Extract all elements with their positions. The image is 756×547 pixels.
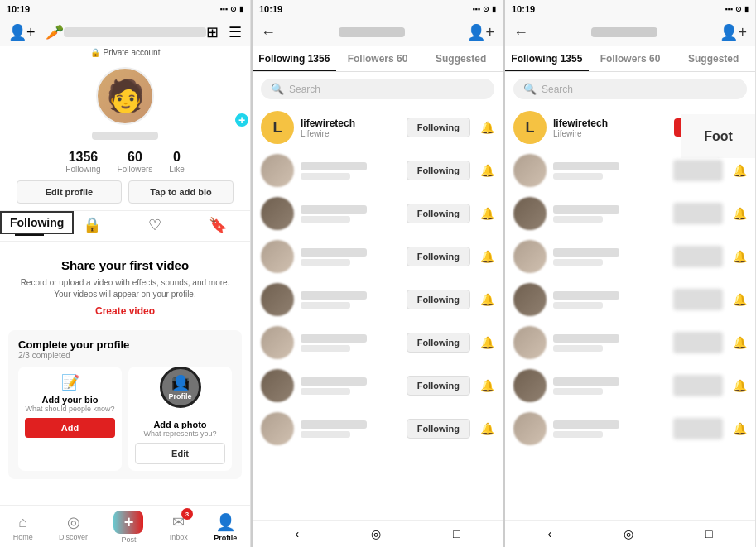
edit-photo-button[interactable]: Edit (135, 443, 225, 464)
user-row-7-2: Following 🔔 (253, 364, 503, 407)
nav-post[interactable]: + Post (113, 511, 143, 544)
following-btn-3-2[interactable]: Following (407, 204, 470, 223)
add-person-icon-3[interactable]: 👤+ (720, 23, 747, 41)
panel2-bottom-bar: ‹ ◎ □ (253, 520, 503, 547)
bell-icon-5-3[interactable]: 🔔 (733, 293, 747, 306)
menu-icon[interactable]: ☰ (229, 23, 242, 41)
back-bottom-3[interactable]: ‹ (547, 527, 551, 540)
battery-icon: ▮ (239, 5, 243, 13)
square-bottom-3[interactable]: □ (705, 527, 712, 540)
post-button[interactable]: + (113, 511, 143, 534)
status-icons-2: ▪▪▪ ⊙ ▮ (472, 5, 496, 13)
signal-icon-2: ▪▪▪ (472, 5, 480, 13)
avatar-5-2 (261, 283, 294, 316)
avatar-lifewiretech-2[interactable]: L (261, 111, 294, 144)
status-icons-3: ▪▪▪ ⊙ ▮ (725, 5, 749, 13)
user-row-5-3: 🔔 (505, 278, 755, 321)
bell-icon-2-2[interactable]: 🔔 (480, 164, 494, 177)
bell-icon-4-3[interactable]: 🔔 (733, 250, 747, 263)
bell-icon-7-3[interactable]: 🔔 (733, 379, 747, 392)
user-info-7-3 (553, 377, 667, 395)
bell-icon-2-3[interactable]: 🔔 (733, 164, 747, 177)
add-bio-item: 📝 Add your bio What should people know? … (18, 367, 122, 471)
bell-icon-5-2[interactable]: 🔔 (480, 293, 494, 306)
nav-home[interactable]: ⌂ Home (13, 514, 33, 541)
back-button-3[interactable]: ← (513, 24, 528, 41)
following-btn-4-2[interactable]: Following (407, 247, 470, 266)
search-bar-3[interactable]: 🔍 Search (513, 79, 747, 99)
avatar[interactable]: 🧑 (96, 67, 154, 125)
avatar-lifewiretech-3[interactable]: L (513, 111, 547, 144)
wifi-icon-3: ⊙ (735, 5, 742, 13)
action-btn-5-3 (673, 289, 723, 310)
user-row-6-2: Following 🔔 (253, 321, 503, 364)
search-bar-2[interactable]: 🔍 Search (261, 79, 494, 99)
following-btn-5-2[interactable]: Following (407, 290, 470, 309)
back-button-2[interactable]: ← (261, 24, 276, 41)
avatar-plus-button[interactable]: + (234, 112, 250, 128)
circle-bottom-3[interactable]: ◎ (624, 527, 633, 540)
nav-profile[interactable]: 👤 Profile (214, 512, 237, 542)
user-info-6-2 (301, 334, 400, 352)
back-bottom-2[interactable]: ‹ (295, 527, 299, 540)
add-person-icon-2[interactable]: 👤+ (467, 23, 494, 41)
add-friend-icon[interactable]: 👤+ (8, 23, 36, 41)
tap-bio-button[interactable]: Tap to add bio (128, 180, 234, 204)
tab-suggested-2[interactable]: Suggested (419, 46, 503, 71)
following-count: 1356 (69, 150, 99, 165)
bell-icon-3-3[interactable]: 🔔 (733, 207, 747, 220)
bell-icon-3-2[interactable]: 🔔 (480, 207, 494, 220)
tab-suggested-3[interactable]: Suggested (672, 46, 755, 71)
wifi-icon-2: ⊙ (483, 5, 489, 13)
empty-state-title: Share your first video (61, 258, 189, 272)
square-bottom-2[interactable]: □ (453, 527, 460, 540)
following-btn-2-2[interactable]: Following (407, 161, 470, 180)
bell-icon-1-2[interactable]: 🔔 (480, 121, 494, 134)
complete-profile-title: Complete your profile (18, 338, 232, 351)
following-btn-lifewiretech-2[interactable]: Following (407, 118, 470, 137)
user-info-4-3 (553, 248, 667, 266)
avatar-7-2 (261, 369, 294, 402)
bell-icon-4-2[interactable]: 🔔 (480, 250, 494, 263)
status-time-3: 10:19 (512, 4, 535, 14)
bell-icon-7-2[interactable]: 🔔 (480, 379, 494, 392)
nav-profile-label: Profile (214, 534, 237, 542)
inbox-icon[interactable]: ⊞ (206, 23, 219, 41)
action-btn-6-3 (673, 332, 723, 353)
tab-following-1355[interactable]: Following 1355 (505, 46, 589, 71)
carrot-icon[interactable]: 🥕 (46, 23, 64, 41)
bell-icon-8-2[interactable]: 🔔 (480, 422, 494, 435)
tab-lock-icon[interactable]: 🔒 (75, 216, 109, 236)
following-stat[interactable]: 1356 Following (65, 150, 100, 174)
create-video-link[interactable]: Create video (95, 305, 155, 317)
tab-bookmark-icon[interactable]: 🔖 (200, 216, 235, 236)
avatar-5-3 (513, 283, 547, 316)
following-btn-7-2[interactable]: Following (407, 376, 470, 396)
bell-icon-8-3[interactable]: 🔔 (733, 422, 747, 435)
bell-icon-6-2[interactable]: 🔔 (480, 336, 494, 349)
following-btn-8-2[interactable]: Following (407, 419, 470, 439)
user-row-8-3: 🔔 (505, 407, 755, 450)
tab-followers-60-3[interactable]: Followers 60 (589, 46, 672, 71)
user-row-8-2: Following 🔔 (253, 407, 503, 450)
user-info-5-2 (301, 291, 400, 309)
nav-discover[interactable]: ◎ Discover (59, 513, 88, 541)
header-username-blurred-2 (339, 27, 405, 37)
tab-followers-60-2[interactable]: Followers 60 (336, 46, 420, 71)
avatar-7-3 (513, 369, 547, 402)
add-bio-button[interactable]: Add (25, 418, 115, 438)
tab-heart-icon[interactable]: ♡ (140, 216, 170, 236)
user-info-5-3 (553, 291, 667, 309)
bell-icon-6-3[interactable]: 🔔 (733, 336, 747, 349)
photo-icon-wrap: 📷 👤 Profile (171, 373, 190, 395)
tab-following-1356[interactable]: Following 1356 (253, 46, 336, 71)
header-left-icons: 👤+ 🥕 (8, 23, 64, 41)
profile-header: 👤+ 🥕 ⊞ ☰ (0, 18, 250, 46)
circle-bottom-2[interactable]: ◎ (371, 527, 381, 540)
edit-profile-button[interactable]: Edit profile (17, 180, 122, 204)
following-btn-6-2[interactable]: Following (407, 333, 470, 353)
nav-inbox[interactable]: ✉ 3 Inbox (170, 513, 188, 541)
following-header-3: ← 👤+ (505, 18, 755, 46)
user-info-6-3 (553, 334, 667, 352)
followers-stat[interactable]: 60 Followers (118, 150, 153, 174)
